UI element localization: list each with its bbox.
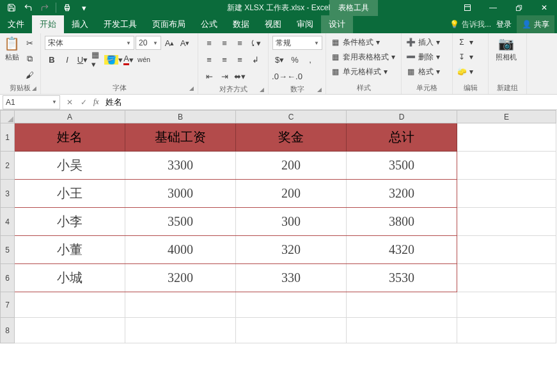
formula-input[interactable]: [102, 95, 557, 109]
increase-font-icon[interactable]: A▴: [162, 36, 177, 50]
format-as-table-button[interactable]: ▦套用表格格式 ▾: [330, 51, 395, 63]
merge-icon[interactable]: ⬌▾: [233, 69, 247, 83]
cell[interactable]: 基础工资: [125, 123, 236, 152]
cell[interactable]: 4320: [347, 236, 457, 264]
cell[interactable]: 3200: [347, 180, 457, 208]
tab-review[interactable]: 审阅: [289, 15, 321, 33]
cell[interactable]: [236, 318, 347, 343]
font-name-combo[interactable]: 宋体▼: [45, 36, 134, 50]
cell[interactable]: [457, 292, 556, 318]
cell[interactable]: [125, 292, 236, 318]
tab-formulas[interactable]: 公式: [193, 15, 225, 33]
col-header[interactable]: D: [347, 111, 457, 123]
phonetic-icon[interactable]: wén: [137, 52, 151, 67]
fill-button[interactable]: ↧▾: [457, 51, 473, 63]
format-cells-button[interactable]: ▦格式 ▾: [405, 65, 440, 78]
cell[interactable]: 3500: [125, 208, 236, 236]
cell[interactable]: 奖金: [236, 123, 347, 152]
select-all-corner[interactable]: [1, 111, 15, 123]
row-header[interactable]: 1: [1, 123, 15, 152]
conditional-formatting-button[interactable]: ▦条件格式 ▾: [330, 36, 380, 49]
cell[interactable]: 330: [236, 264, 347, 292]
cut-icon[interactable]: ✂: [22, 36, 36, 50]
cell[interactable]: [347, 292, 457, 318]
fill-color-icon[interactable]: 🪣▾: [106, 52, 120, 67]
cell[interactable]: 小王: [15, 180, 125, 208]
tab-file[interactable]: 文件: [0, 15, 32, 33]
align-center-icon[interactable]: ≡: [217, 52, 231, 67]
undo-icon[interactable]: [20, 1, 36, 14]
ribbon-display-icon[interactable]: [455, 0, 480, 15]
share-button[interactable]: 👤共享: [517, 15, 554, 33]
decrease-decimal-icon[interactable]: ←.0: [288, 69, 302, 83]
cell[interactable]: 3800: [347, 208, 457, 236]
save-icon[interactable]: [4, 1, 19, 14]
camera-button[interactable]: 📷 照相机: [492, 36, 519, 62]
login-link[interactable]: 登录: [496, 19, 512, 30]
fx-icon[interactable]: fx: [91, 97, 102, 107]
cell[interactable]: 200: [236, 152, 347, 180]
col-header[interactable]: A: [15, 111, 125, 123]
font-size-combo[interactable]: 20▼: [136, 36, 161, 50]
row-header[interactable]: 2: [1, 152, 15, 180]
align-right-icon[interactable]: ≡: [233, 52, 247, 67]
cell[interactable]: 3000: [125, 180, 236, 208]
cell[interactable]: [15, 318, 125, 343]
cell[interactable]: 小城: [15, 264, 125, 292]
tell-me[interactable]: 💡告诉我...: [450, 19, 491, 30]
dialog-launcher-icon[interactable]: ◢: [260, 86, 264, 93]
row-header[interactable]: 5: [1, 236, 15, 264]
font-color-icon[interactable]: A▾: [122, 52, 136, 67]
worksheet[interactable]: A B C D E 1 姓名 基础工资 奖金 总计 2 小吴 3300 200 …: [0, 110, 557, 392]
autosum-button[interactable]: Σ▾: [457, 36, 473, 49]
cell[interactable]: 总计: [347, 123, 457, 152]
cell-styles-button[interactable]: ▦单元格样式 ▾: [330, 65, 388, 78]
restore-icon[interactable]: [506, 0, 531, 15]
number-format-combo[interactable]: 常规▼: [272, 36, 322, 50]
row-header[interactable]: 8: [1, 318, 15, 343]
cell[interactable]: [347, 318, 457, 343]
cell[interactable]: [457, 208, 556, 236]
tab-page-layout[interactable]: 页面布局: [145, 15, 193, 33]
tab-design[interactable]: 设计: [321, 15, 353, 33]
qat-customize-icon[interactable]: ▾: [76, 1, 91, 14]
cell[interactable]: [457, 180, 556, 208]
format-painter-icon[interactable]: 🖌: [22, 68, 36, 82]
dialog-launcher-icon[interactable]: ◢: [317, 86, 322, 93]
col-header[interactable]: E: [457, 111, 556, 123]
bold-icon[interactable]: B: [45, 52, 59, 67]
cell[interactable]: [457, 123, 556, 152]
cell[interactable]: [457, 264, 556, 292]
clear-button[interactable]: 🧽▾: [457, 65, 473, 78]
cancel-formula-icon[interactable]: ✕: [63, 95, 77, 109]
cell[interactable]: 300: [236, 208, 347, 236]
tab-data[interactable]: 数据: [225, 15, 257, 33]
increase-decimal-icon[interactable]: .0→: [272, 69, 286, 83]
tab-insert[interactable]: 插入: [64, 15, 96, 33]
minimize-icon[interactable]: —: [480, 0, 506, 15]
cell[interactable]: 小董: [15, 236, 125, 264]
cell[interactable]: [457, 236, 556, 264]
dialog-launcher-icon[interactable]: ◢: [32, 85, 36, 91]
tab-developer[interactable]: 开发工具: [96, 15, 145, 33]
percent-icon[interactable]: %: [288, 52, 302, 67]
cell[interactable]: 320: [236, 236, 347, 264]
orientation-icon[interactable]: ⤹▾: [248, 36, 262, 50]
enter-formula-icon[interactable]: ✓: [77, 95, 91, 109]
delete-cells-button[interactable]: ➖删除 ▾: [405, 51, 440, 63]
cell[interactable]: 200: [236, 180, 347, 208]
cell[interactable]: 3200: [125, 264, 236, 292]
align-left-icon[interactable]: ≡: [202, 52, 216, 67]
col-header[interactable]: C: [236, 111, 347, 123]
row-header[interactable]: 6: [1, 264, 15, 292]
row-header[interactable]: 4: [1, 208, 15, 236]
comma-icon[interactable]: ,: [303, 52, 317, 67]
increase-indent-icon[interactable]: ⇥: [217, 69, 231, 83]
paste-button[interactable]: 📋 粘贴: [4, 36, 20, 62]
cell[interactable]: 3500: [347, 152, 457, 180]
italic-icon[interactable]: I: [60, 52, 74, 67]
cell[interactable]: 小李: [15, 208, 125, 236]
cell[interactable]: 3300: [125, 152, 236, 180]
wrap-text-icon[interactable]: ↲: [248, 52, 262, 67]
cell[interactable]: 4000: [125, 236, 236, 264]
